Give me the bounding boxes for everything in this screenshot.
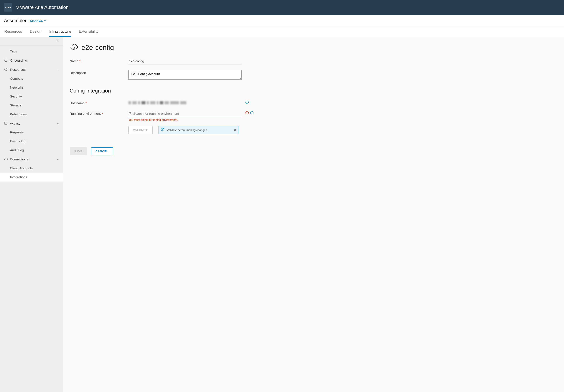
sidebar-item-label: Resources: [10, 68, 26, 71]
required-indicator: *: [79, 59, 81, 63]
chevron-down-icon: ⌄: [57, 68, 59, 71]
form-row-hostname: Hostname*: [70, 100, 557, 105]
validate-info-alert: Validate before making changes. ✕: [158, 126, 239, 134]
product-name: VMware Aria Automation: [16, 5, 69, 10]
cloud-integration-icon: [70, 43, 78, 52]
sidebar-group-onboarding[interactable]: Onboarding: [0, 56, 63, 65]
info-icon: [161, 128, 165, 132]
sidebar-item-integrations[interactable]: Integrations: [0, 173, 63, 182]
sidebar: Tags Onboarding Resources ⌄ Compute Netw…: [0, 37, 63, 392]
label-name: Name*: [70, 58, 128, 63]
info-icon[interactable]: [245, 100, 249, 104]
sidebar-item-compute[interactable]: Compute: [0, 74, 63, 83]
sidebar-item-cloud-accounts[interactable]: Cloud Accounts: [0, 164, 63, 173]
label-description: Description: [70, 70, 128, 75]
divider: [0, 45, 63, 45]
chevron-down-icon: ⌄: [57, 158, 59, 161]
module-bar: Assembler CHANGE ﹀: [0, 15, 564, 27]
change-label: CHANGE: [30, 19, 43, 22]
main-content: e2e-config Name* Description E2E Config …: [63, 37, 564, 392]
save-button: SAVE: [70, 147, 87, 155]
chevron-left-double-icon: [56, 39, 59, 42]
sidebar-item-label: Connections: [10, 157, 28, 161]
sidebar-item-label: Onboarding: [10, 58, 27, 62]
page-title: e2e-config: [81, 43, 114, 52]
form-row-description: Description E2E Config Account: [70, 70, 557, 80]
sidebar-collapse-button[interactable]: [0, 37, 63, 44]
error-icon[interactable]: [245, 111, 249, 115]
main-tabs: Resources Design Infrastructure Extensib…: [0, 27, 564, 37]
validate-button: VALIDATE: [128, 126, 153, 134]
sidebar-group-activity[interactable]: Activity ⌄: [0, 119, 63, 128]
form-row-name: Name*: [70, 58, 557, 64]
sidebar-item-label: Tags: [10, 49, 17, 53]
svg-point-10: [163, 129, 163, 129]
cube-icon: [4, 68, 8, 71]
svg-line-1: [5, 59, 7, 61]
label-running-environment: Running environment*: [70, 111, 128, 115]
vmware-logo: vmw: [4, 3, 12, 12]
sidebar-item-security[interactable]: Security: [0, 92, 63, 101]
cancel-button[interactable]: CANCEL: [91, 147, 113, 155]
label-hostname: Hostname*: [70, 100, 128, 105]
page-heading: e2e-config: [70, 43, 557, 52]
sidebar-item-storage[interactable]: Storage: [0, 101, 63, 110]
cloud-icon: [4, 157, 8, 161]
close-icon[interactable]: ✕: [234, 128, 236, 132]
required-indicator: *: [85, 101, 87, 105]
svg-line-7: [130, 114, 131, 115]
tab-design[interactable]: Design: [30, 27, 41, 37]
search-icon: [128, 112, 132, 116]
target-icon: [4, 58, 8, 62]
tab-resources[interactable]: Resources: [4, 27, 22, 37]
sidebar-group-resources[interactable]: Resources ⌄: [0, 65, 63, 74]
module-name: Assembler: [4, 18, 27, 24]
sidebar-item-audit-log[interactable]: Audit Log: [0, 146, 63, 154]
sidebar-item-networks[interactable]: Networks: [0, 83, 63, 92]
chevron-down-icon: ﹀: [44, 19, 46, 22]
description-textarea[interactable]: E2E Config Account: [128, 70, 242, 80]
running-environment-error: You must select a running environment.: [128, 118, 242, 121]
sidebar-item-events-log[interactable]: Events Log: [0, 137, 63, 146]
sidebar-item-tags[interactable]: Tags: [0, 47, 63, 56]
sidebar-item-kubernetes[interactable]: Kubernetes: [0, 110, 63, 119]
hostname-value-redacted: [128, 100, 242, 105]
chevron-down-icon: ⌄: [57, 122, 59, 125]
svg-point-6: [129, 112, 131, 114]
svg-point-5: [247, 101, 247, 102]
chart-icon: [4, 121, 8, 125]
required-indicator: *: [102, 112, 103, 115]
name-input[interactable]: [128, 58, 242, 64]
vmware-logo-text: vmw: [5, 6, 11, 9]
svg-point-13: [247, 113, 247, 114]
form-footer: SAVE CANCEL: [70, 147, 557, 155]
running-environment-search-input[interactable]: [128, 111, 242, 117]
sidebar-item-label: Activity: [10, 121, 20, 125]
info-icon[interactable]: [250, 111, 254, 115]
sidebar-group-connections[interactable]: Connections ⌄: [0, 154, 63, 164]
change-module-button[interactable]: CHANGE ﹀: [30, 19, 46, 22]
tab-extensibility[interactable]: Extensibility: [79, 27, 99, 37]
form-row-running-environment: Running environment* You must select a r…: [70, 111, 557, 134]
alert-text: Validate before making changes.: [167, 128, 208, 132]
svg-point-16: [252, 112, 252, 112]
section-heading-config-integration: Config Integration: [70, 88, 557, 94]
validate-row: VALIDATE Validate before making changes.…: [128, 126, 242, 134]
sidebar-item-requests[interactable]: Requests: [0, 128, 63, 137]
tab-infrastructure[interactable]: Infrastructure: [49, 27, 71, 37]
app-header: vmw VMware Aria Automation: [0, 0, 564, 15]
